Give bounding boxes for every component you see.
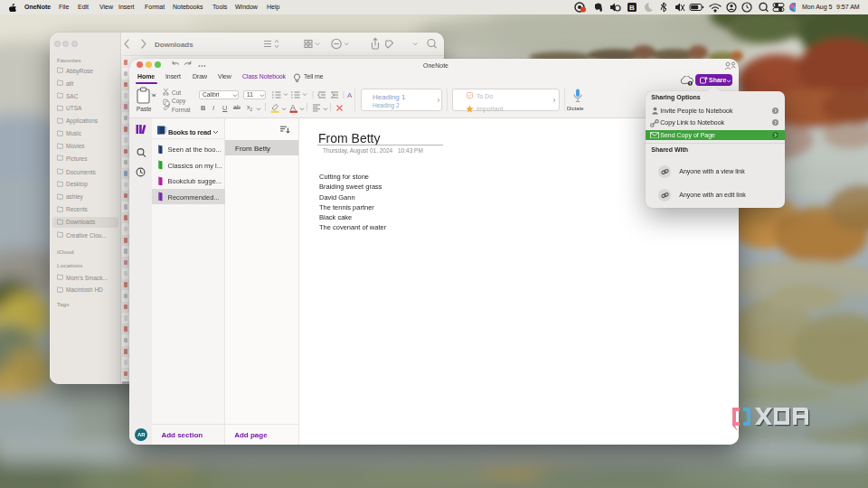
svg-text:Downloads: Downloads bbox=[155, 41, 193, 49]
svg-text:A: A bbox=[347, 91, 353, 99]
svg-text:B: B bbox=[629, 4, 635, 12]
svg-text:A: A bbox=[290, 103, 296, 112]
